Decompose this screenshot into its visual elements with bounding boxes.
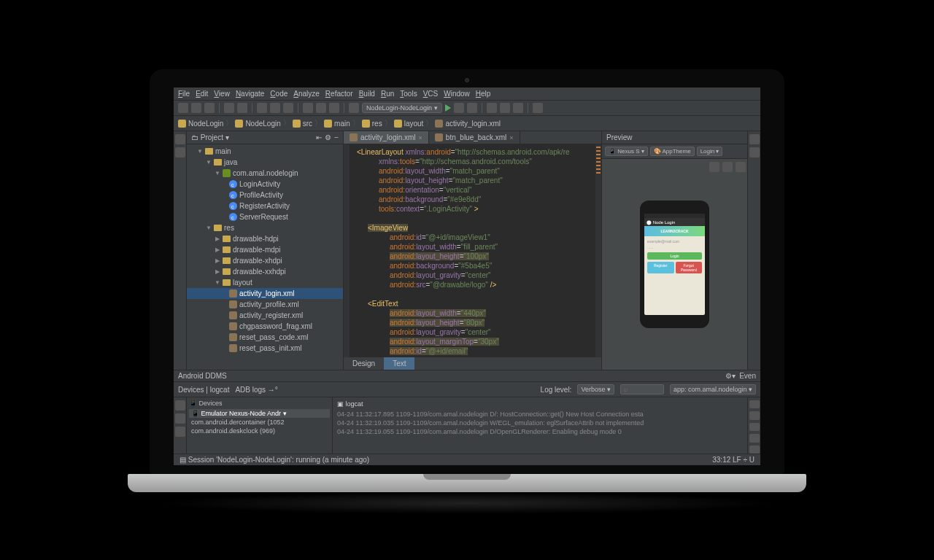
tree-folder[interactable]: ▶drawable-mdpi <box>187 244 343 255</box>
terminate-icon[interactable] <box>175 427 185 437</box>
menu-help[interactable]: Help <box>476 90 491 98</box>
breadcrumb-item[interactable]: res <box>372 120 382 128</box>
gear-icon[interactable]: ⚙▾ <box>725 372 736 380</box>
menu-analyze[interactable]: Analyze <box>293 90 320 98</box>
sync-icon[interactable] <box>204 103 215 113</box>
ddms-icon[interactable] <box>513 103 523 113</box>
editor-tab[interactable]: btn_blue_back.xml× <box>429 131 520 144</box>
breadcrumb-item[interactable]: activity_login.xml <box>445 120 501 128</box>
menu-vcs[interactable]: VCS <box>423 90 439 98</box>
restart-icon[interactable] <box>749 434 760 442</box>
tree-file[interactable]: activity_register.xml <box>187 310 343 321</box>
find-icon[interactable] <box>303 103 313 113</box>
collapse-icon[interactable]: ⇤ <box>316 133 322 141</box>
tree-file[interactable]: reset_pass_init.xml <box>187 343 343 354</box>
logcat-output[interactable]: ▣ logcat 04-24 11:32:17.895 1109-1109/co… <box>333 397 747 454</box>
menu-code[interactable]: Code <box>270 90 287 98</box>
paste-icon[interactable] <box>283 103 293 113</box>
copy-icon[interactable] <box>270 103 280 113</box>
tree-file[interactable]: activity_profile.xml <box>187 299 343 310</box>
tree-folder[interactable]: ▼main <box>187 146 343 157</box>
tree-class[interactable]: LoginActivity <box>187 179 343 190</box>
device-process[interactable]: com.android.dercontainer (1052 <box>189 418 330 427</box>
forward-icon[interactable] <box>329 103 339 113</box>
close-icon[interactable]: × <box>509 134 513 141</box>
device-selector[interactable]: 📱 Nexus S ▾ <box>605 147 648 156</box>
tree-folder[interactable]: ▼res <box>187 222 343 233</box>
project-tool-icon[interactable] <box>175 134 185 144</box>
tree-file[interactable]: reset_pass_code.xml <box>187 332 343 343</box>
menu-view[interactable]: View <box>214 90 230 98</box>
breadcrumb-item[interactable]: layout <box>404 120 424 128</box>
menu-tools[interactable]: Tools <box>400 90 417 98</box>
project-tree[interactable]: ▼main ▼java ▼com.amal.nodelogin LoginAct… <box>187 144 343 370</box>
hide-icon[interactable]: − <box>334 133 339 141</box>
menu-edit[interactable]: Edit <box>196 90 208 98</box>
log-search-input[interactable] <box>620 384 664 394</box>
device-item-selected[interactable]: 📱 Emulator Nexus-Node Andr ▾ <box>189 409 330 418</box>
stop-icon[interactable] <box>467 103 477 113</box>
run-config-selector[interactable]: NodeLogin-NodeLogin ▾ <box>362 103 442 113</box>
help-icon[interactable] <box>533 103 543 113</box>
design-tab[interactable]: Design <box>344 357 384 370</box>
tree-class[interactable]: ProfileActivity <box>187 190 343 201</box>
project-view-selector[interactable]: 🗀 Project ▾ <box>191 133 229 141</box>
tree-folder[interactable]: ▼java <box>187 157 343 168</box>
structure-tool-icon[interactable] <box>175 147 185 158</box>
settings-icon[interactable]: ⚙ <box>325 133 331 141</box>
menu-run[interactable]: Run <box>381 90 394 98</box>
editor-tab-active[interactable]: activity_login.xml× <box>344 131 429 144</box>
tree-file-selected[interactable]: activity_login.xml <box>187 288 343 299</box>
open-icon[interactable] <box>178 103 188 113</box>
record-icon[interactable] <box>175 413 185 424</box>
device-process[interactable]: com.android.deskclock (969) <box>189 427 330 435</box>
sdk-icon[interactable] <box>500 103 510 113</box>
screenshot-icon[interactable] <box>175 400 185 411</box>
breadcrumb-item[interactable]: NodeLogin <box>188 120 223 128</box>
save-icon[interactable] <box>191 103 201 113</box>
avd-icon[interactable] <box>487 103 497 113</box>
close-icon[interactable]: × <box>419 134 422 141</box>
log-filter-selector[interactable]: app: com.amal.nodelogin ▾ <box>670 384 756 394</box>
zoom-fit-icon[interactable] <box>736 162 746 172</box>
gradle-tool-icon[interactable] <box>749 134 760 144</box>
menu-refactor[interactable]: Refactor <box>325 90 353 98</box>
tree-folder[interactable]: ▼layout <box>187 277 343 288</box>
tree-class[interactable]: ServerRequest <box>187 211 343 222</box>
code-editor[interactable]: <LinearLayout xmlns:android="http://sche… <box>344 144 601 357</box>
right-tool-strip <box>747 131 760 370</box>
menu-file[interactable]: File <box>178 90 190 98</box>
settings-icon[interactable] <box>749 446 760 454</box>
breadcrumb-item[interactable]: NodeLogin <box>245 120 280 128</box>
theme-selector[interactable]: 🎨 AppTheme <box>650 147 695 156</box>
back-icon[interactable] <box>316 103 326 113</box>
menu-navigate[interactable]: Navigate <box>236 90 264 98</box>
devices-logcat-tab[interactable]: Devices | logcat <box>178 386 229 394</box>
tree-folder[interactable]: ▶drawable-xxhdpi <box>187 266 343 277</box>
maven-tool-icon[interactable] <box>749 147 760 158</box>
build-icon[interactable] <box>349 103 359 113</box>
breadcrumb-item[interactable]: src <box>303 120 312 128</box>
soft-wrap-icon[interactable] <box>749 423 760 431</box>
debug-icon[interactable] <box>454 103 464 113</box>
tree-folder[interactable]: ▶drawable-hdpi <box>187 233 343 244</box>
cut-icon[interactable] <box>257 103 267 113</box>
variant-selector[interactable]: Login ▾ <box>697 147 723 156</box>
run-icon[interactable] <box>445 104 451 112</box>
tree-file[interactable]: chgpassword_frag.xml <box>187 321 343 332</box>
tree-package[interactable]: ▼com.amal.nodelogin <box>187 168 343 179</box>
menu-build[interactable]: Build <box>359 90 375 98</box>
menu-window[interactable]: Window <box>444 90 470 98</box>
tree-class[interactable]: RegisterActivity <box>187 201 343 211</box>
tree-folder[interactable]: ▶drawable-xhdpi <box>187 255 343 266</box>
clear-log-icon[interactable] <box>749 400 760 408</box>
scroll-end-icon[interactable] <box>749 411 760 419</box>
breadcrumb-item[interactable]: main <box>334 120 350 128</box>
zoom-in-icon[interactable] <box>709 162 719 172</box>
adb-logs-tab[interactable]: ADB logs →° <box>235 386 277 394</box>
text-tab[interactable]: Text <box>384 357 414 370</box>
redo-icon[interactable] <box>237 103 247 113</box>
undo-icon[interactable] <box>224 103 234 113</box>
loglevel-selector[interactable]: Verbose ▾ <box>577 384 614 394</box>
zoom-out-icon[interactable] <box>722 162 733 172</box>
